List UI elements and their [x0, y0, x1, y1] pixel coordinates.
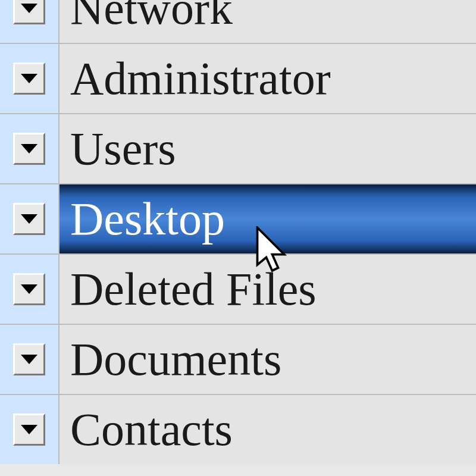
expand-toggle-button[interactable] — [13, 0, 45, 24]
expand-toggle-cell — [0, 325, 60, 394]
list-item-label: Network — [60, 0, 476, 43]
list-item-label: Users — [60, 114, 476, 183]
list-item[interactable]: Deleted Files — [0, 253, 476, 324]
chevron-down-icon — [21, 425, 37, 434]
chevron-down-icon — [21, 214, 37, 224]
list-item[interactable]: Network — [0, 0, 476, 43]
folder-list: Network Administrator Users Desktop — [0, 0, 476, 476]
list-item-selected[interactable]: Desktop — [0, 183, 476, 253]
expand-toggle-cell — [0, 395, 60, 464]
expand-toggle-button[interactable] — [13, 343, 45, 375]
expand-toggle-cell — [0, 0, 60, 43]
list-item-label: Deleted Files — [60, 255, 476, 324]
expand-toggle-cell — [0, 255, 60, 324]
list-item[interactable]: Administrator — [0, 43, 476, 113]
list-item[interactable]: Documents — [0, 324, 476, 394]
expand-toggle-button[interactable] — [13, 273, 45, 305]
list-item-label: Desktop — [60, 184, 476, 253]
list-item-label: Administrator — [60, 44, 476, 113]
list-item-label: Contacts — [60, 395, 476, 464]
expand-toggle-cell — [0, 184, 60, 253]
expand-toggle-button[interactable] — [13, 414, 45, 446]
chevron-down-icon — [21, 284, 37, 294]
expand-toggle-button[interactable] — [13, 133, 45, 165]
expand-toggle-button[interactable] — [13, 62, 45, 95]
list-item-label: Documents — [60, 325, 476, 394]
chevron-down-icon — [21, 355, 37, 364]
chevron-down-icon — [21, 144, 37, 154]
chevron-down-icon — [21, 74, 37, 83]
list-item[interactable]: Contacts — [0, 394, 476, 464]
chevron-down-icon — [21, 4, 37, 13]
list-item[interactable]: Users — [0, 113, 476, 183]
expand-toggle-button[interactable] — [13, 203, 45, 235]
expand-toggle-cell — [0, 114, 60, 183]
expand-toggle-cell — [0, 44, 60, 113]
